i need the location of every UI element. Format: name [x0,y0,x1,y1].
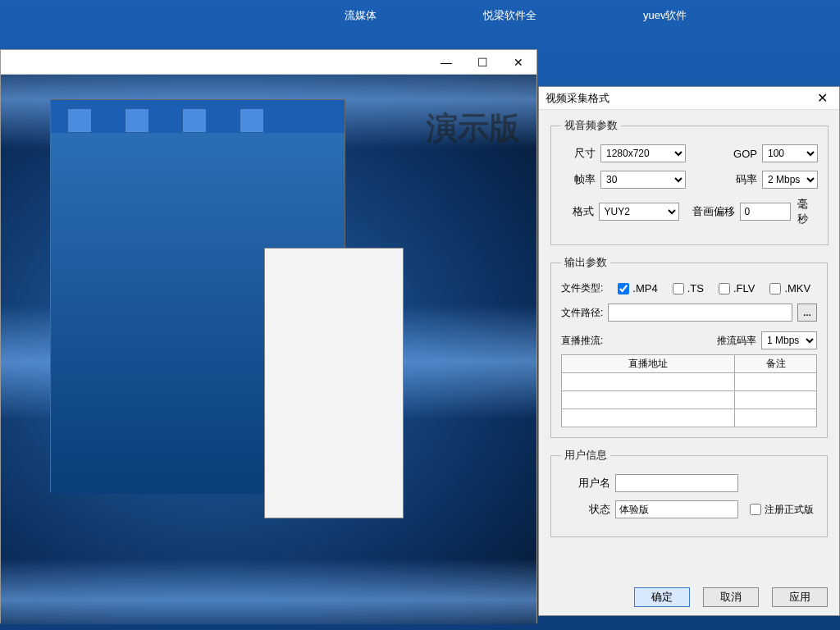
file-path-input[interactable] [608,304,792,322]
desktop-icons-row: 流媒体 悦梁软件全 yuev软件 [0,8,840,41]
format-label: 格式 [561,204,594,219]
format-select[interactable]: YUY2 [599,203,679,221]
user-info-legend: 用户信息 [561,448,610,463]
decorative-band [1,559,536,624]
apply-button[interactable]: 应用 [772,587,828,607]
dialog-buttons: 确定 取消 应用 [539,579,839,615]
size-select[interactable]: 1280x720 [600,144,686,162]
fps-select[interactable]: 30 [600,171,686,189]
output-params-legend: 输出参数 [561,255,610,270]
user-info-group: 用户信息 用户名 状态 注册正式版 [550,448,828,537]
gop-label: GOP [723,148,757,160]
nested-icon [125,108,149,133]
preview-window: — ☐ ✕ 演示版 [0,49,537,623]
desktop-icon[interactable]: yuev软件 [643,8,687,41]
nested-icon [240,108,264,133]
username-label: 用户名 [561,476,610,491]
dialog-titlebar: 视频采集格式 ✕ [539,87,839,110]
desktop-icon[interactable]: 悦梁软件全 [483,8,536,41]
av-offset-label: 音画偏移 [689,204,736,219]
nested-dialog [264,248,404,518]
status-input[interactable] [615,500,738,518]
av-offset-unit: 毫秒 [797,197,818,226]
filetype-mp4[interactable]: .MP4 [618,282,657,294]
table-row[interactable] [562,373,817,391]
video-capture-format-dialog: 视频采集格式 ✕ 视音频参数 尺寸 1280x720 GOP 100 帧率 30 [538,86,840,616]
dialog-body: 视音频参数 尺寸 1280x720 GOP 100 帧率 30 码率 [539,110,839,579]
mkv-checkbox[interactable] [769,283,781,294]
minimize-button[interactable]: — [428,51,464,74]
ts-checkbox[interactable] [673,283,684,294]
register-checkbox-label[interactable]: 注册正式版 [750,503,814,517]
table-row[interactable] [562,409,817,427]
gop-select[interactable]: 100 [762,144,818,162]
filetype-flv[interactable]: .FLV [719,282,756,294]
stream-label: 直播推流: [561,334,603,348]
status-label: 状态 [561,502,610,517]
watermark-text: 演示版 [427,107,520,149]
stream-bitrate-label: 推流码率 [717,334,756,348]
nested-preview-window [50,99,345,493]
username-input[interactable] [615,474,738,492]
preview-canvas: 演示版 [1,75,536,624]
size-label: 尺寸 [561,146,596,161]
browse-button[interactable]: … [797,304,817,322]
table-row[interactable] [562,391,817,409]
dialog-title: 视频采集格式 [546,91,609,106]
ok-button[interactable]: 确定 [634,587,690,607]
bitrate-label: 码率 [723,172,757,187]
filetype-ts[interactable]: .TS [673,282,704,294]
nested-icon [67,108,92,133]
file-path-label: 文件路径: [561,306,603,320]
av-params-group: 视音频参数 尺寸 1280x720 GOP 100 帧率 30 码率 [550,118,829,245]
bitrate-select[interactable]: 2 Mbps [762,171,818,189]
filetype-mkv[interactable]: .MKV [769,282,810,294]
desktop-icon[interactable]: 流媒体 [345,8,377,41]
stream-table-header-url: 直播地址 [562,355,735,373]
cancel-button[interactable]: 取消 [703,587,759,607]
flv-checkbox[interactable] [719,283,730,294]
maximize-button[interactable]: ☐ [464,51,500,74]
preview-window-titlebar: — ☐ ✕ [1,50,536,75]
av-offset-input[interactable] [740,203,791,221]
register-checkbox[interactable] [750,504,761,515]
close-button[interactable]: ✕ [500,51,536,74]
output-params-group: 输出参数 文件类型: .MP4 .TS .FLV .MKV 文件路径: … 直播… [550,255,828,438]
close-icon[interactable]: ✕ [812,89,833,107]
nested-preview-inner [51,133,345,494]
file-type-label: 文件类型: [561,281,603,295]
mp4-checkbox[interactable] [618,283,629,294]
stream-table-header-note: 备注 [735,355,817,373]
av-params-legend: 视音频参数 [561,118,621,133]
stream-bitrate-select[interactable]: 1 Mbps [761,331,817,349]
fps-label: 帧率 [561,172,596,187]
stream-table: 直播地址 备注 [561,354,817,427]
nested-icon [182,108,207,133]
